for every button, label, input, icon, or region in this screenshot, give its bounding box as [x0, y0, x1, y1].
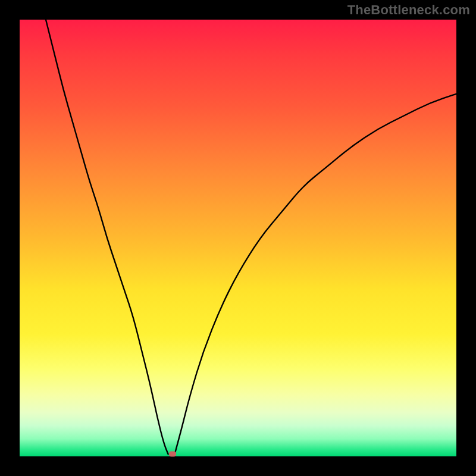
- curve-right-branch: [175, 94, 456, 455]
- curve-left-branch: [46, 20, 168, 454]
- curve-svg: [20, 20, 456, 456]
- plot-area: [20, 20, 456, 456]
- chart-frame: TheBottleneck.com: [0, 0, 476, 476]
- bottleneck-marker: [169, 451, 176, 456]
- attribution-text: TheBottleneck.com: [347, 2, 470, 18]
